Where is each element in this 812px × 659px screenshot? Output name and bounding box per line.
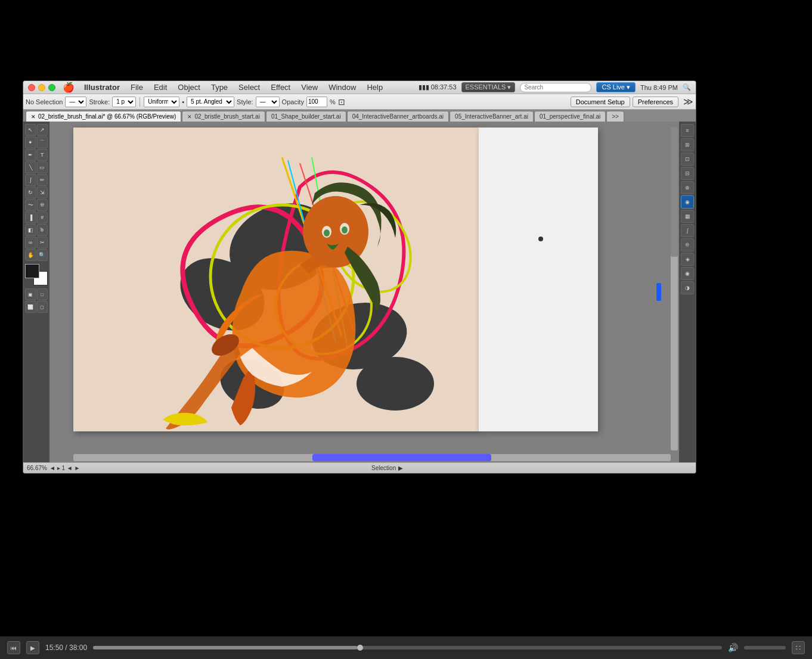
menu-bar-right: ▮▮▮ 08:37:53 ESSENTIALS ▾ CS Live ▾ Thu … bbox=[419, 82, 691, 92]
swatches-panel-btn[interactable]: ▦ bbox=[681, 210, 694, 223]
tabs-area: ✕ 02_bristle_brush_final.ai* @ 66.67% (R… bbox=[23, 110, 696, 122]
symbol-tool[interactable]: ❊ bbox=[37, 199, 48, 211]
menu-view[interactable]: View bbox=[296, 82, 323, 93]
lasso-tool[interactable]: ⌒ bbox=[37, 136, 48, 148]
blend-tool[interactable]: ∞ bbox=[25, 237, 36, 248]
tool-pair-hand: ✋ 🔍 bbox=[25, 249, 48, 261]
cs-live-button[interactable]: CS Live ▾ bbox=[596, 82, 636, 92]
layers-panel-btn[interactable]: ≡ bbox=[681, 124, 694, 137]
appearance-panel-btn[interactable]: ◉ bbox=[681, 267, 694, 280]
tool-pair-warp: 〜 ❊ bbox=[25, 199, 48, 211]
pencil-tool[interactable]: ✏ bbox=[37, 174, 48, 186]
brushes-panel-btn[interactable]: ∫ bbox=[681, 224, 694, 237]
brush-selector[interactable]: 5 pt. Angled bbox=[187, 97, 234, 107]
fullscreen-button[interactable]: ⛶ bbox=[792, 641, 805, 654]
pen-tool[interactable]: ✒ bbox=[25, 149, 36, 161]
progress-thumb[interactable] bbox=[357, 645, 363, 651]
tab-interactive-banner[interactable]: 04_InteractiveBanner_artboards.ai bbox=[347, 111, 449, 122]
search-input[interactable] bbox=[520, 83, 591, 92]
color-swatches[interactable] bbox=[25, 264, 48, 285]
line-tool[interactable]: ╲ bbox=[25, 161, 36, 173]
canvas-area[interactable] bbox=[49, 122, 679, 462]
maximize-button[interactable] bbox=[48, 84, 55, 91]
magic-wand-tool[interactable]: ✦ bbox=[25, 136, 36, 148]
tab-more[interactable]: >> bbox=[606, 111, 624, 122]
align-panel-btn[interactable]: ⊟ bbox=[681, 167, 694, 180]
stroke-weight[interactable]: 1 pt bbox=[112, 97, 136, 107]
foreground-color-swatch[interactable] bbox=[25, 264, 39, 278]
screen-mode1[interactable]: ⬜ bbox=[25, 301, 36, 313]
preferences-button[interactable]: Preferences bbox=[633, 97, 678, 107]
tab-bristle-final[interactable]: ✕ 02_bristle_brush_final.ai* @ 66.67% (R… bbox=[26, 111, 181, 122]
graphic-styles-panel-btn[interactable]: ◈ bbox=[681, 253, 694, 266]
selection-tool[interactable]: ↖ bbox=[25, 124, 36, 136]
tab-shape-builder[interactable]: 01_Shape_builder_start.ai bbox=[266, 111, 346, 122]
menu-object[interactable]: Object bbox=[173, 82, 205, 93]
rotate-tool[interactable]: ↻ bbox=[25, 186, 36, 198]
panel-collapse-indicator[interactable] bbox=[656, 283, 661, 301]
search-icon[interactable]: 🔍 bbox=[683, 83, 691, 91]
tab2-close-icon[interactable]: ✕ bbox=[187, 114, 192, 120]
menu-type[interactable]: Type bbox=[206, 82, 233, 93]
scale-tool[interactable]: ⇲ bbox=[37, 186, 48, 198]
stroke-label: Stroke: bbox=[89, 98, 110, 105]
screen-mode2[interactable]: ◻ bbox=[37, 301, 48, 313]
fill-selector[interactable]: ▣ bbox=[25, 288, 36, 300]
zoom-tool[interactable]: 🔍 bbox=[37, 249, 48, 261]
color-panel-btn[interactable]: ◉ bbox=[681, 195, 694, 209]
horizontal-scrollbar-thumb[interactable] bbox=[312, 454, 492, 461]
close-button[interactable] bbox=[28, 84, 35, 91]
horizontal-scrollbar[interactable] bbox=[73, 454, 671, 461]
play-button[interactable]: ▶ bbox=[26, 641, 39, 654]
tool-arrow-icon: ▶ bbox=[398, 465, 403, 471]
mesh-tool[interactable]: # bbox=[37, 212, 48, 223]
panel-toggle[interactable]: ≫ bbox=[683, 96, 693, 107]
menu-file[interactable]: File bbox=[126, 82, 148, 93]
opacity-label: Opacity bbox=[282, 98, 304, 105]
volume-slider[interactable] bbox=[744, 646, 786, 649]
menu-illustrator[interactable]: Illustrator bbox=[79, 82, 125, 93]
symbols-panel-btn[interactable]: ❊ bbox=[681, 238, 694, 251]
menu-select[interactable]: Select bbox=[234, 82, 265, 93]
eyedropper-tool[interactable]: 🖰 bbox=[37, 224, 48, 236]
minimize-button[interactable] bbox=[38, 84, 45, 91]
tab-close-icon[interactable]: ✕ bbox=[31, 114, 36, 120]
progress-bar[interactable] bbox=[93, 646, 722, 649]
skip-back-button[interactable]: ⏮ bbox=[7, 641, 20, 654]
brush-tool[interactable]: ∫ bbox=[25, 174, 36, 186]
style-selector[interactable]: — bbox=[256, 97, 280, 107]
fill-selector[interactable]: — bbox=[65, 97, 86, 107]
style-label: Style: bbox=[237, 98, 253, 105]
menu-effect[interactable]: Effect bbox=[266, 82, 295, 93]
warp-tool[interactable]: 〜 bbox=[25, 199, 36, 211]
apple-menu-icon[interactable]: 🍎 bbox=[63, 82, 75, 93]
shape-tool[interactable]: ▭ bbox=[37, 161, 48, 173]
direct-selection-tool[interactable]: ↗ bbox=[37, 124, 48, 136]
volume-icon[interactable]: 🔊 bbox=[728, 643, 738, 652]
opacity-input[interactable] bbox=[306, 97, 327, 107]
transform-panel-btn[interactable]: ⊡ bbox=[681, 153, 694, 166]
pathfinder-panel-btn[interactable]: ⊕ bbox=[681, 181, 694, 194]
hand-tool[interactable]: ✋ bbox=[25, 249, 36, 261]
vertical-scrollbar-thumb[interactable] bbox=[671, 128, 678, 257]
essentials-button[interactable]: ESSENTIALS ▾ bbox=[461, 82, 516, 92]
tab-interactive-art[interactable]: 05_InteractiveBanner_art.ai bbox=[450, 111, 534, 122]
scissors-tool[interactable]: ✂ bbox=[37, 237, 48, 248]
page-nav[interactable]: ◄ ▸ 1 ◄ ► bbox=[49, 465, 80, 471]
menu-help[interactable]: Help bbox=[362, 82, 388, 93]
artboards-panel-btn[interactable]: ⊞ bbox=[681, 138, 694, 151]
menu-edit[interactable]: Edit bbox=[149, 82, 172, 93]
type-tool[interactable]: T bbox=[37, 149, 48, 161]
resize-icon[interactable]: ⊡ bbox=[338, 97, 345, 107]
uniform-selector[interactable]: Uniform bbox=[144, 97, 179, 107]
menu-window[interactable]: Window bbox=[324, 82, 361, 93]
document-setup-button[interactable]: Document Setup bbox=[571, 97, 630, 107]
stroke-selector[interactable]: □ bbox=[37, 288, 48, 300]
battery-time: ▮▮▮ 08:37:53 bbox=[419, 83, 457, 91]
graph-tool[interactable]: ▐ bbox=[25, 212, 36, 223]
gradient-tool[interactable]: ◧ bbox=[25, 224, 36, 236]
transparency-panel-btn[interactable]: ◑ bbox=[681, 281, 694, 294]
vertical-scrollbar[interactable] bbox=[671, 128, 678, 450]
tab-bristle-start[interactable]: ✕ 02_bristle_brush_start.ai bbox=[182, 111, 265, 122]
tab-perspective[interactable]: 01_perspective_final.ai bbox=[534, 111, 606, 122]
